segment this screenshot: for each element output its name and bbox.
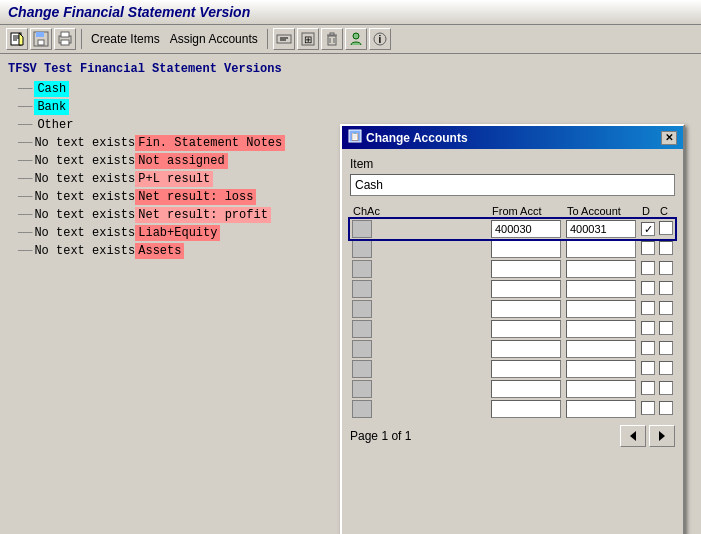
dialog-title-bar: 📋 Change Accounts ✕: [342, 126, 683, 149]
toolbar-btn-3[interactable]: [54, 28, 76, 50]
tree-item-cash[interactable]: —— Cash: [18, 80, 693, 98]
d-check-6[interactable]: [639, 319, 657, 339]
from-acct-cell-1[interactable]: [489, 219, 564, 240]
toolbar: Create Items Assign Accounts ⊞ i: [0, 25, 701, 54]
to-acct-cell-5[interactable]: [564, 299, 639, 319]
toolbar-btn-info[interactable]: i: [369, 28, 391, 50]
c-check-1[interactable]: [657, 219, 675, 240]
to-acct-cell-2[interactable]: [564, 239, 639, 259]
from-acct-cell-4[interactable]: [489, 279, 564, 299]
tfsv-header: TFSV Test Financial Statement Versions: [8, 62, 693, 76]
c-check-10[interactable]: [657, 399, 675, 419]
to-acct-cell-9[interactable]: [564, 379, 639, 399]
assign-accounts-btn[interactable]: Assign Accounts: [166, 30, 262, 48]
svg-point-21: [353, 33, 359, 39]
toolbar-btn-6[interactable]: [321, 28, 343, 50]
item-input[interactable]: [350, 174, 675, 196]
chac-cell-2: [350, 239, 489, 259]
create-items-btn[interactable]: Create Items: [87, 30, 164, 48]
toolbar-btn-2[interactable]: [30, 28, 52, 50]
tree-label-net-profit: Net result: profit: [135, 207, 271, 223]
tree-line: ——: [18, 172, 32, 186]
tree-line: ——: [18, 244, 32, 258]
d-check-1[interactable]: [639, 219, 657, 240]
chac-cell-6: [350, 319, 489, 339]
tree-label-net-loss: Net result: loss: [135, 189, 256, 205]
c-check-3[interactable]: [657, 259, 675, 279]
toolbar-btn-7[interactable]: [345, 28, 367, 50]
from-acct-cell-10[interactable]: [489, 399, 564, 419]
d-check-5[interactable]: [639, 299, 657, 319]
col-to-account: To Account: [564, 204, 639, 219]
from-acct-cell-2[interactable]: [489, 239, 564, 259]
to-acct-cell-1[interactable]: [564, 219, 639, 240]
to-acct-cell-6[interactable]: [564, 319, 639, 339]
page-next-btn[interactable]: [649, 425, 675, 447]
tree-text-other: Other: [34, 117, 76, 133]
dialog-close-btn[interactable]: ✕: [661, 131, 677, 145]
from-acct-cell-9[interactable]: [489, 379, 564, 399]
svg-rect-9: [61, 32, 69, 37]
from-acct-cell-6[interactable]: [489, 319, 564, 339]
from-acct-cell-7[interactable]: [489, 339, 564, 359]
to-acct-cell-7[interactable]: [564, 339, 639, 359]
page-info: Page 1 of 1: [350, 419, 675, 451]
d-check-9[interactable]: [639, 379, 657, 399]
page-prev-btn[interactable]: [620, 425, 646, 447]
chac-cell-4: [350, 279, 489, 299]
tree-label-liab-equity: Liab+Equity: [135, 225, 220, 241]
to-acct-cell-8[interactable]: [564, 359, 639, 379]
to-acct-cell-3[interactable]: [564, 259, 639, 279]
d-check-2[interactable]: [639, 239, 657, 259]
d-check-8[interactable]: [639, 359, 657, 379]
chac-cell-1: [350, 219, 489, 240]
c-check-9[interactable]: [657, 379, 675, 399]
d-check-10[interactable]: [639, 399, 657, 419]
svg-rect-11: [277, 35, 291, 43]
col-from-acct: From Acct: [489, 204, 564, 219]
table-row: [350, 219, 675, 240]
toolbar-btn-4[interactable]: [273, 28, 295, 50]
chac-cell-8: [350, 359, 489, 379]
tree-label-not-assigned: Not assigned: [135, 153, 227, 169]
from-acct-cell-5[interactable]: [489, 299, 564, 319]
table-row: [350, 399, 675, 419]
tree-line: ——: [18, 100, 32, 114]
from-acct-cell-3[interactable]: [489, 259, 564, 279]
d-check-7[interactable]: [639, 339, 657, 359]
toolbar-btn-5[interactable]: ⊞: [297, 28, 319, 50]
col-chac: ChAc: [350, 204, 489, 219]
svg-rect-6: [36, 32, 44, 37]
c-check-4[interactable]: [657, 279, 675, 299]
table-row: [350, 239, 675, 259]
svg-rect-7: [38, 40, 44, 45]
svg-marker-4: [19, 33, 23, 45]
svg-marker-26: [630, 431, 636, 441]
c-check-6[interactable]: [657, 319, 675, 339]
dialog-title-text: Change Accounts: [366, 131, 468, 145]
d-check-3[interactable]: [639, 259, 657, 279]
to-acct-cell-4[interactable]: [564, 279, 639, 299]
main-content: TFSV Test Financial Statement Versions —…: [0, 54, 701, 528]
c-check-8[interactable]: [657, 359, 675, 379]
tree-line: ——: [18, 118, 32, 132]
tree-line: ——: [18, 154, 32, 168]
dialog-title-icon: 📋: [348, 129, 362, 146]
col-c: C: [657, 204, 675, 219]
svg-rect-16: [328, 36, 336, 45]
from-acct-cell-8[interactable]: [489, 359, 564, 379]
tree-item-bank[interactable]: —— Bank: [18, 98, 693, 116]
accounts-table: ChAc From Acct To Account D C: [350, 204, 675, 419]
svg-text:📋: 📋: [350, 131, 360, 141]
svg-text:⊞: ⊞: [304, 34, 312, 45]
table-row: [350, 379, 675, 399]
d-check-4[interactable]: [639, 279, 657, 299]
c-check-7[interactable]: [657, 339, 675, 359]
c-check-2[interactable]: [657, 239, 675, 259]
tree-label-fs-notes: Fin. Statement Notes: [135, 135, 285, 151]
toolbar-btn-1[interactable]: [6, 28, 28, 50]
tree-no-text-7: No text exists: [34, 244, 135, 258]
c-check-5[interactable]: [657, 299, 675, 319]
to-acct-cell-10[interactable]: [564, 399, 639, 419]
tree-no-text-5: No text exists: [34, 208, 135, 222]
